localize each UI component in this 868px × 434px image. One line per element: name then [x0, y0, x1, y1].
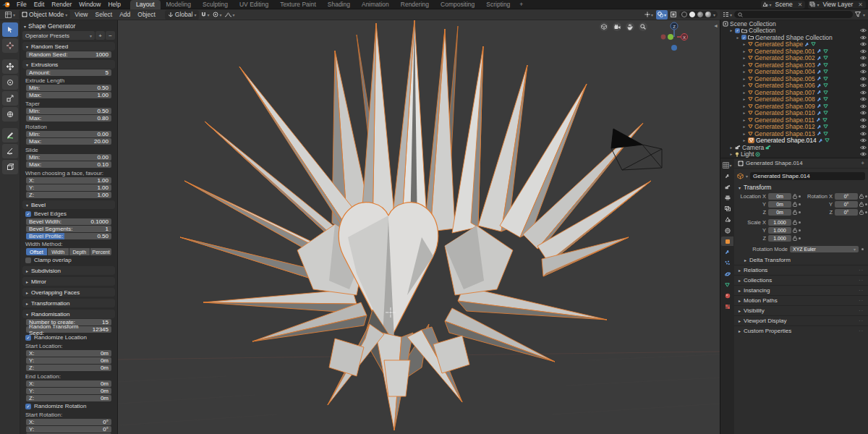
tool-transform[interactable] — [2, 107, 18, 122]
outliner-row-generated-shape-013[interactable]: ▸Generated Shape.013 — [720, 130, 868, 137]
properties-editor-type-button[interactable]: ▾ — [721, 161, 733, 170]
menu-render[interactable]: Render — [48, 0, 75, 9]
properties-tab-object[interactable] — [721, 237, 733, 246]
viewport-menu-view[interactable]: View — [71, 10, 91, 19]
eye-icon[interactable] — [860, 111, 867, 115]
animate-dot[interactable] — [865, 195, 867, 197]
section-viewport-display[interactable]: ▸Viewport Display·· — [734, 315, 868, 326]
expander-icon[interactable]: ▸ — [736, 35, 740, 40]
tab-texture-paint[interactable]: Texture Paint — [274, 0, 322, 9]
chevron-down-icon[interactable]: ▾ — [863, 12, 865, 17]
outliner-row-scene-collection[interactable]: Scene Collection — [720, 20, 868, 27]
section-motion-paths[interactable]: ▸Motion Paths·· — [734, 295, 868, 305]
outliner-row-generated-shape-008[interactable]: ▸Generated Shape.008 — [720, 96, 868, 103]
field-bevel-segments[interactable]: Bevel Segments:1 — [26, 226, 111, 232]
field-min[interactable]: Min:0.00 — [26, 154, 111, 161]
field-min[interactable]: Min:0.00 — [26, 131, 111, 137]
section-header-extrusions[interactable]: ▾Extrusions — [22, 60, 115, 69]
properties-tab-particles[interactable] — [721, 258, 733, 268]
field-y[interactable]: Y:0m — [26, 388, 111, 394]
show-overlays-toggle[interactable]: ▾ — [656, 10, 668, 20]
section-header-transformation[interactable]: ▸Transformation — [22, 299, 115, 307]
tool-move[interactable] — [2, 59, 18, 74]
eye-icon[interactable] — [860, 124, 867, 129]
navigation-gizmo[interactable]: Z X — [658, 20, 691, 55]
outliner-row-generated-shape-010[interactable]: ▸Generated Shape.010 — [720, 110, 868, 117]
expander-icon[interactable]: ▸ — [742, 111, 746, 115]
expander-icon[interactable]: ▸ — [742, 138, 746, 142]
mode-dropdown[interactable]: Object Mode ▾ — [19, 10, 70, 20]
field-z[interactable]: Z:1.00 — [26, 192, 111, 198]
scene-selector[interactable]: ▾ Scene ✕ — [761, 1, 806, 9]
outliner-search[interactable] — [734, 11, 853, 18]
eye-icon[interactable] — [860, 145, 867, 150]
outliner-row-generated-shape-001[interactable]: ▸Generated Shape.001 — [720, 48, 868, 55]
outliner-row-generated-shape-011[interactable]: ▸Generated Shape.011 — [720, 116, 868, 124]
properties-tab-modifiers[interactable] — [721, 247, 733, 257]
section-delta-transform[interactable]: ▸ Delta Transform — [734, 255, 868, 265]
tool-annotate[interactable] — [2, 128, 18, 142]
filter-funnel-icon[interactable] — [855, 12, 861, 17]
eye-icon[interactable] — [860, 83, 867, 88]
eye-icon[interactable] — [860, 42, 867, 46]
viewport-menu-add[interactable]: Add — [116, 10, 134, 19]
orthographic-toggle-button[interactable] — [600, 22, 608, 31]
tab-scripting[interactable]: Scripting — [480, 0, 516, 9]
value-field-location-x[interactable]: 0m — [768, 193, 791, 200]
tab-sculpting[interactable]: Sculpting — [197, 0, 234, 9]
outliner-row-camera[interactable]: ▸Camera — [720, 144, 868, 151]
editor-type-button[interactable]: ▾ — [2, 10, 18, 20]
outliner-row-collection[interactable]: ▸✓Collection — [720, 27, 868, 35]
expander-icon[interactable]: ▸ — [742, 42, 746, 46]
segment-depth[interactable]: Depth — [69, 248, 90, 255]
animate-dot[interactable] — [799, 211, 801, 213]
outliner-row-generated-shape-002[interactable]: ▸Generated Shape.002 — [720, 55, 868, 62]
properties-tab-world[interactable] — [721, 226, 733, 235]
zoom-view-button[interactable] — [639, 22, 647, 31]
field-min[interactable]: Min:0.50 — [26, 85, 111, 91]
chevron-down-icon[interactable]: ▾ — [746, 174, 748, 179]
material-preview-button[interactable] — [697, 12, 703, 17]
properties-tab-object-data[interactable] — [721, 280, 733, 289]
outliner-row-generated-shape-007[interactable]: ▸Generated Shape.007 — [720, 89, 868, 96]
expander-icon[interactable]: ▸ — [742, 132, 746, 136]
checkbox-randomize-location[interactable]: ✓Randomize Location — [25, 333, 115, 341]
outliner-row-generated-shape-collection[interactable]: ▸✓Generated Shape Collection — [720, 34, 868, 41]
outliner-row-generated-shape-006[interactable]: ▸Generated Shape.006 — [720, 82, 868, 90]
value-field-scale-x[interactable]: 1.000 — [768, 219, 791, 226]
eye-icon[interactable] — [860, 132, 867, 136]
operator-panel-header[interactable]: ▾ Shape Generator — [22, 22, 115, 30]
value-field-y[interactable]: 0m — [768, 201, 791, 208]
animate-dot[interactable] — [865, 203, 867, 205]
animate-dot[interactable] — [799, 221, 801, 224]
value-field-y[interactable]: 0° — [835, 201, 858, 208]
tab-modeling[interactable]: Modeling — [161, 0, 197, 9]
section-custom-properties[interactable]: ▸Custom Properties·· — [734, 326, 868, 336]
field-random-transform-seed[interactable]: Random Transform Seed:12345 — [26, 326, 111, 333]
xray-toggle[interactable] — [669, 10, 678, 20]
falloff-dropdown[interactable]: ▾ — [224, 10, 236, 20]
field-max[interactable]: Max:20.00 — [26, 138, 111, 145]
snapping-toggle[interactable]: ▾ — [200, 10, 210, 20]
tab-rendering[interactable]: Rendering — [395, 0, 435, 9]
outliner-row-generated-shape[interactable]: ▸Generated Shape — [720, 41, 868, 48]
tab-layout[interactable]: Layout — [130, 0, 161, 9]
outliner-row-light[interactable]: ▸Light — [720, 151, 868, 158]
section-header-randomisation[interactable]: ▾Randomisation — [22, 310, 115, 318]
field-min[interactable]: Min:0.50 — [26, 108, 111, 114]
eye-icon[interactable] — [860, 49, 867, 54]
outliner-row-generated-shape-004[interactable]: ▸Generated Shape.004 — [720, 69, 868, 76]
tab-compositing[interactable]: Compositing — [435, 0, 480, 9]
menu-window[interactable]: Window — [75, 0, 104, 9]
properties-tab-tool[interactable] — [721, 171, 733, 181]
field-y[interactable]: Y:0m — [26, 357, 111, 364]
segment-percent[interactable]: Percent — [90, 248, 111, 255]
value-field-z[interactable]: 0° — [835, 209, 858, 216]
show-gizmo-toggle[interactable]: ▾ — [643, 10, 655, 20]
eye-icon[interactable] — [860, 104, 867, 109]
eye-icon[interactable] — [860, 63, 867, 67]
animate-dot[interactable] — [865, 211, 867, 213]
properties-tab-view-layer[interactable] — [721, 204, 733, 213]
eye-icon[interactable] — [860, 56, 867, 60]
expander-icon[interactable]: ▸ — [742, 63, 746, 67]
